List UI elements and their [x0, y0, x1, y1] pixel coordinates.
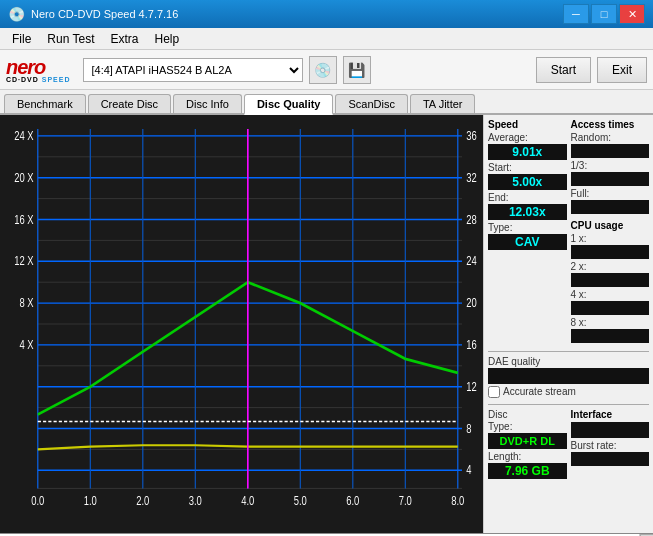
accurate-stream-checkbox[interactable]	[488, 386, 500, 398]
svg-text:4.0: 4.0	[241, 494, 254, 508]
logo-sub: CD·DVD SPEED	[6, 76, 71, 83]
tab-scandisc[interactable]: ScanDisc	[335, 94, 407, 113]
end-value: 12.03x	[488, 204, 567, 220]
menu-file[interactable]: File	[4, 30, 39, 48]
dae-quality-box	[488, 368, 649, 384]
start-value: 5.00x	[488, 174, 567, 190]
svg-text:7.0: 7.0	[399, 494, 412, 508]
toolbar: nero CD·DVD SPEED [4:4] ATAPI iHAS524 B …	[0, 50, 653, 90]
start-button[interactable]: Start	[536, 57, 591, 83]
menu-help[interactable]: Help	[147, 30, 188, 48]
app-title: Nero CD-DVD Speed 4.7.7.16	[31, 8, 178, 20]
svg-text:0.0: 0.0	[31, 494, 44, 508]
4x-label: 4 x:	[571, 289, 650, 300]
tab-ta-jitter[interactable]: TA Jitter	[410, 94, 476, 113]
speed-header: Speed	[488, 119, 567, 130]
svg-text:12 X: 12 X	[14, 254, 34, 268]
svg-text:5.0: 5.0	[294, 494, 307, 508]
disc-icon-button[interactable]: 💿	[309, 56, 337, 84]
tab-disc-info[interactable]: Disc Info	[173, 94, 242, 113]
exit-button[interactable]: Exit	[597, 57, 647, 83]
2x-label: 2 x:	[571, 261, 650, 272]
save-icon-button[interactable]: 💾	[343, 56, 371, 84]
interface-header: Interface	[571, 409, 650, 420]
svg-text:16 X: 16 X	[14, 212, 34, 226]
svg-text:24 X: 24 X	[14, 129, 34, 143]
tab-create-disc[interactable]: Create Disc	[88, 94, 171, 113]
full-value-box	[571, 200, 650, 214]
end-label: End:	[488, 192, 567, 203]
cpu-usage-header: CPU usage	[571, 220, 650, 231]
burst-rate-label: Burst rate:	[571, 440, 650, 451]
length-value: 7.96 GB	[488, 463, 567, 479]
8x-label: 8 x:	[571, 317, 650, 328]
disc-type-header: Disc	[488, 409, 567, 420]
average-label: Average:	[488, 132, 567, 143]
tab-disc-quality[interactable]: Disc Quality	[244, 94, 334, 115]
disc-type-label: Type:	[488, 421, 567, 432]
random-label: Random:	[571, 132, 650, 143]
svg-text:20 X: 20 X	[14, 171, 34, 185]
accurate-stream-area: Accurate stream	[488, 386, 649, 398]
4x-value-box	[571, 301, 650, 315]
menu-run-test[interactable]: Run Test	[39, 30, 102, 48]
type-value: CAV	[488, 234, 567, 250]
svg-text:8: 8	[466, 421, 471, 435]
disc-type-value: DVD+R DL	[488, 433, 567, 449]
1x-label: 1 x:	[571, 233, 650, 244]
drive-select[interactable]: [4:4] ATAPI iHAS524 B AL2A	[83, 58, 303, 82]
svg-text:28: 28	[466, 212, 477, 226]
dae-section: DAE quality Accurate stream	[488, 356, 649, 398]
svg-text:8.0: 8.0	[451, 494, 464, 508]
speed-section: Speed Average: 9.01x Start: 5.00x End: 1…	[488, 119, 649, 345]
right-panel: Speed Average: 9.01x Start: 5.00x End: 1…	[483, 115, 653, 533]
dae-quality-label: DAE quality	[488, 356, 649, 367]
minimize-button[interactable]: ─	[563, 4, 589, 24]
svg-text:16: 16	[466, 338, 477, 352]
chart-area: 24 X 20 X 16 X 12 X 8 X 4 X 36 32 28 24 …	[0, 115, 483, 533]
svg-text:24: 24	[466, 254, 477, 268]
svg-text:6.0: 6.0	[346, 494, 359, 508]
svg-text:32: 32	[466, 171, 477, 185]
accurate-stream-label: Accurate stream	[503, 386, 576, 397]
menu-bar: File Run Test Extra Help	[0, 28, 653, 50]
svg-text:4 X: 4 X	[19, 338, 34, 352]
chart-svg: 24 X 20 X 16 X 12 X 8 X 4 X 36 32 28 24 …	[0, 115, 483, 533]
disc-type-section: Disc Type: DVD+R DL Length: 7.96 GB Inte…	[488, 409, 649, 479]
interface-box	[571, 422, 650, 438]
main-content: 24 X 20 X 16 X 12 X 8 X 4 X 36 32 28 24 …	[0, 115, 653, 533]
svg-text:12: 12	[466, 380, 477, 394]
2x-value-box	[571, 273, 650, 287]
svg-text:36: 36	[466, 129, 477, 143]
svg-text:3.0: 3.0	[189, 494, 202, 508]
tab-bar: Benchmark Create Disc Disc Info Disc Qua…	[0, 90, 653, 115]
random-value-box	[571, 144, 650, 158]
one-third-value-box	[571, 172, 650, 186]
svg-text:4: 4	[466, 463, 471, 477]
app-icon: 💿	[8, 6, 25, 22]
start-label: Start:	[488, 162, 567, 173]
8x-value-box	[571, 329, 650, 343]
tab-benchmark[interactable]: Benchmark	[4, 94, 86, 113]
svg-text:1.0: 1.0	[84, 494, 97, 508]
1x-value-box	[571, 245, 650, 259]
type-label: Type:	[488, 222, 567, 233]
burst-rate-box	[571, 452, 650, 466]
svg-text:2.0: 2.0	[136, 494, 149, 508]
average-value: 9.01x	[488, 144, 567, 160]
title-bar: 💿 Nero CD-DVD Speed 4.7.7.16 ─ □ ✕	[0, 0, 653, 28]
logo: nero CD·DVD SPEED	[6, 56, 71, 83]
svg-text:20: 20	[466, 296, 477, 310]
length-label: Length:	[488, 451, 567, 462]
menu-extra[interactable]: Extra	[102, 30, 146, 48]
maximize-button[interactable]: □	[591, 4, 617, 24]
svg-text:8 X: 8 X	[19, 296, 34, 310]
full-label: Full:	[571, 188, 650, 199]
close-button[interactable]: ✕	[619, 4, 645, 24]
one-third-label: 1/3:	[571, 160, 650, 171]
access-times-header: Access times	[571, 119, 650, 130]
